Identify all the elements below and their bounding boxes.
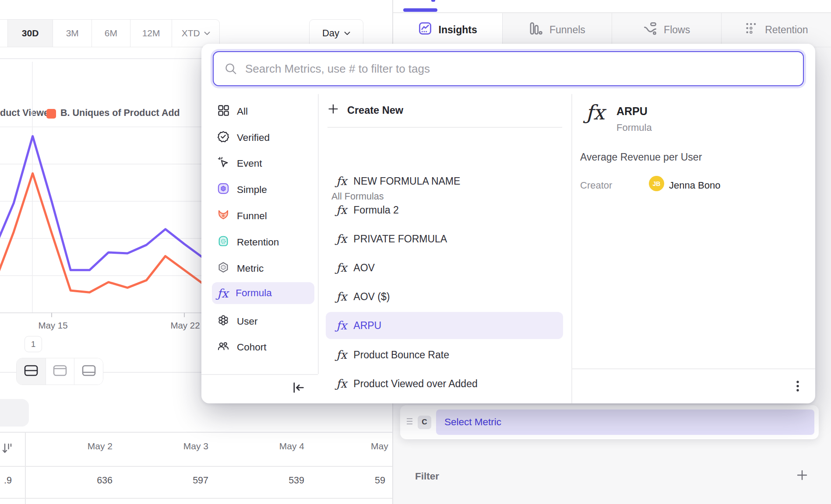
layout-toggle-group — [16, 358, 103, 385]
query-builder-metric-row: C Select Metric — [400, 405, 819, 439]
date-range-12m-button[interactable]: 12M — [130, 20, 172, 47]
formula-item[interactable]: ƒx AOV — [326, 256, 563, 280]
category-label: Event — [237, 158, 262, 169]
category-all[interactable]: All — [212, 101, 314, 122]
retention-shape-icon — [217, 235, 229, 250]
sidebar-footer-divider — [201, 374, 318, 375]
formula-item[interactable]: ƒx AOV ($) — [326, 284, 563, 309]
creator-avatar[interactable]: JB — [649, 176, 664, 191]
active-tab-indicator — [403, 8, 437, 12]
cohort-people-icon — [217, 340, 229, 355]
formula-item-label: Product Viewed over Added — [353, 378, 477, 390]
formula-item[interactable]: ƒx Product Viewed over Added — [326, 371, 563, 396]
table-header-may3[interactable]: May 3 — [121, 441, 208, 457]
formula-item[interactable]: ƒx PRIVATE FORMULA — [326, 227, 563, 251]
category-retention[interactable]: Retention — [212, 231, 314, 253]
table-frozen-cell: .9 — [0, 475, 12, 491]
app-root: 30D 3M 6M 12M XTD Day duct Viewed B. Uni… — [0, 0, 831, 504]
layout-top-panel-button[interactable] — [46, 358, 74, 385]
verified-badge-icon — [217, 130, 229, 145]
add-filter-button[interactable] — [796, 469, 808, 483]
category-label: Verified — [237, 132, 270, 144]
formula-fx-icon-large: ƒx — [586, 101, 605, 124]
formula-item-label: Formula 2 — [353, 204, 399, 216]
flows-waves-icon — [643, 21, 657, 38]
table-header-may4[interactable]: May 4 — [217, 441, 304, 457]
collapse-left-icon — [291, 381, 305, 396]
category-verified[interactable]: Verified — [212, 127, 314, 149]
select-metric-input[interactable]: Select Metric — [436, 410, 814, 435]
category-simple[interactable]: Simple — [212, 179, 314, 201]
formula-item-label: NEW FORMULA NAME — [353, 175, 460, 187]
chevron-down-icon — [204, 32, 210, 35]
detail-footer-divider — [572, 368, 815, 369]
table-corner-blob — [0, 399, 29, 427]
plus-icon — [327, 103, 339, 117]
sidebar-divider — [318, 94, 319, 374]
formula-item-label: AOV — [353, 262, 375, 274]
layout-bottom-panel-button[interactable] — [74, 358, 103, 385]
creator-name: Jenna Bono — [669, 180, 720, 191]
create-new-label: Create New — [347, 105, 403, 116]
category-label: Formula — [236, 287, 272, 299]
tab-retention[interactable]: Retention — [721, 13, 831, 47]
tab-funnels[interactable]: Funnels — [502, 13, 612, 47]
detail-more-actions-button[interactable] — [790, 380, 805, 397]
row-letter-badge: C — [418, 416, 431, 429]
metric-hexagon-icon — [217, 261, 229, 276]
xtd-label: XTD — [182, 28, 200, 38]
search-icon — [224, 62, 237, 75]
detail-title: ARPU — [616, 105, 648, 118]
date-range-partial-button[interactable] — [0, 20, 7, 47]
split-horizontal-icon — [24, 364, 39, 378]
top-panel-icon — [53, 364, 67, 378]
category-label: Retention — [237, 237, 279, 248]
category-funnel[interactable]: Funnel — [212, 205, 314, 227]
detail-description: Average Revenue per User — [580, 151, 702, 163]
formula-item-arpu-selected[interactable]: ƒx ARPU — [326, 312, 563, 339]
date-range-xtd-button[interactable]: XTD — [172, 20, 219, 47]
pagination-page-button[interactable]: 1 — [25, 336, 42, 352]
tab-funnels-label: Funnels — [549, 24, 585, 36]
creator-label: Creator — [580, 180, 612, 191]
formula-item[interactable]: ƒx Product Bounce Rate — [326, 343, 563, 367]
category-metric[interactable]: Metric — [212, 258, 314, 280]
collapse-sidebar-button[interactable] — [291, 381, 305, 396]
metric-picker-modal: Search Metrics, use # to filter to tags … — [201, 44, 815, 403]
formula-item[interactable]: ƒx NEW FORMULA NAME — [326, 169, 563, 193]
layout-split-horizontal-button[interactable] — [17, 358, 46, 385]
sort-descending-icon[interactable] — [2, 442, 12, 455]
metric-search-input[interactable]: Search Metrics, use # to filter to tags — [213, 51, 804, 86]
category-label: Metric — [237, 263, 264, 274]
date-range-3m-button[interactable]: 3M — [53, 20, 92, 47]
formula-item[interactable]: ƒx Formula 2 — [326, 198, 563, 222]
list-detail-divider — [571, 94, 572, 403]
table-header-may2[interactable]: May 2 — [25, 441, 113, 457]
category-event[interactable]: Event — [212, 153, 314, 175]
category-formula[interactable]: ƒx Formula — [212, 282, 314, 304]
filter-section-label: Filter — [415, 471, 439, 482]
drag-handle-icon[interactable] — [406, 417, 414, 427]
bottom-panel-icon — [81, 364, 96, 378]
tab-insights[interactable]: Insights — [393, 13, 502, 47]
granularity-day-button[interactable]: Day — [309, 19, 363, 47]
date-range-30d-button[interactable]: 30D — [7, 20, 53, 47]
create-new-button[interactable]: Create New — [327, 101, 403, 119]
tab-insights-label: Insights — [439, 24, 477, 36]
formula-fx-icon: ƒx — [217, 287, 228, 300]
x-axis-tick-may15: May 15 — [29, 320, 77, 331]
simple-shape-icon — [217, 182, 229, 197]
plus-icon — [796, 469, 808, 483]
category-cohort[interactable]: Cohort — [212, 336, 314, 358]
category-user[interactable]: User — [212, 311, 314, 332]
detail-type-label: Formula — [616, 122, 652, 133]
tab-flows[interactable]: Flows — [612, 13, 721, 47]
cropped-purple-mark — [431, 0, 435, 2]
formula-item-label: PRIVATE FORMULA — [353, 233, 447, 245]
date-range-6m-button[interactable]: 6M — [92, 20, 130, 47]
table-cell-may2: 636 — [25, 475, 113, 491]
grid-icon — [217, 104, 229, 119]
table-cell-may3: 597 — [121, 475, 208, 491]
tab-flows-label: Flows — [664, 24, 690, 36]
date-range-group: 30D 3M 6M 12M XTD — [0, 19, 220, 47]
